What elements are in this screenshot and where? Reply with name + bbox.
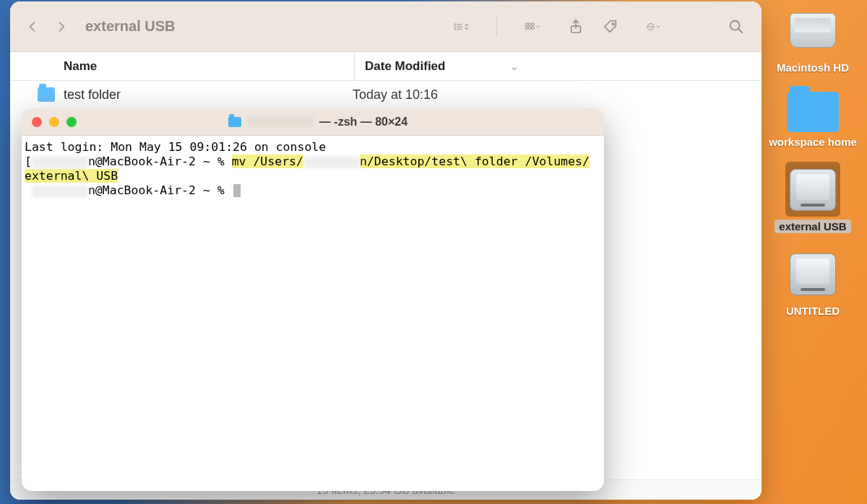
terminal-prompt: n@MacBook-Air-2 ~ %: [88, 155, 232, 168]
file-date: Today at 10:16: [353, 87, 438, 103]
desktop-label: workspace home: [764, 135, 861, 149]
svg-point-16: [650, 26, 651, 27]
svg-rect-7: [529, 23, 531, 25]
redacted-text: [32, 186, 88, 197]
terminal-window: — -zsh — 80×24 Last login: Mon May 15 09…: [22, 108, 604, 491]
internal-drive-icon: [790, 13, 836, 48]
desktop-folder-workspace-home[interactable]: workspace home: [764, 87, 861, 149]
svg-rect-11: [532, 27, 534, 29]
finder-column-header: Name Date Modified ⌄: [10, 52, 762, 81]
search-button[interactable]: [724, 16, 749, 38]
svg-point-13: [612, 22, 614, 25]
window-close-button[interactable]: [32, 117, 42, 127]
toolbar-divider: [496, 17, 497, 36]
svg-point-2: [454, 26, 455, 27]
desktop-volume-external-usb[interactable]: external USB: [775, 162, 850, 233]
redacted-text: [303, 157, 360, 168]
svg-point-15: [649, 26, 650, 27]
desktop-icons: Macintosh HD workspace home external USB…: [759, 0, 867, 504]
window-minimize-button[interactable]: [49, 117, 59, 127]
folder-icon: [228, 117, 241, 127]
tags-button[interactable]: [598, 16, 623, 38]
svg-rect-8: [532, 23, 534, 25]
svg-point-17: [652, 26, 652, 27]
svg-line-19: [738, 28, 743, 32]
action-menu-button[interactable]: [633, 16, 675, 38]
share-button[interactable]: [564, 16, 588, 38]
terminal-cursor: [233, 184, 241, 197]
svg-point-4: [454, 28, 455, 29]
forward-button[interactable]: [52, 17, 71, 36]
highlighted-command: n/Desktop/test\ folder /Volumes/: [360, 155, 590, 168]
highlighted-command: mv /Users/: [232, 155, 303, 168]
external-drive-icon: [790, 169, 836, 211]
folder-icon: [38, 87, 55, 102]
svg-rect-10: [529, 27, 531, 29]
column-header-date-label: Date Modified: [365, 59, 445, 74]
terminal-body[interactable]: Last login: Mon May 15 09:01:26 on conso…: [22, 136, 604, 491]
redacted-text: [32, 157, 88, 168]
back-button[interactable]: [23, 17, 42, 36]
file-name: test folder: [64, 87, 353, 103]
column-header-date[interactable]: Date Modified ⌄: [354, 52, 527, 80]
desktop-label: external USB: [775, 220, 850, 233]
finder-title: external USB: [85, 18, 176, 35]
svg-point-0: [454, 24, 455, 25]
desktop-volume-untitled[interactable]: UNTITLED: [782, 246, 844, 318]
svg-rect-9: [525, 27, 527, 29]
terminal-titlebar: — -zsh — 80×24: [22, 108, 604, 136]
terminal-title: — -zsh — 80×24: [84, 116, 552, 129]
highlighted-command: external\ USB: [25, 169, 118, 183]
folder-icon: [787, 92, 839, 132]
desktop-label: UNTITLED: [782, 304, 844, 318]
terminal-prompt: n@MacBook-Air-2 ~ %: [88, 183, 232, 197]
view-list-button[interactable]: [440, 16, 482, 38]
redacted-text: [247, 116, 314, 128]
terminal-title-text: — -zsh — 80×24: [319, 116, 407, 129]
desktop-volume-macintosh-hd[interactable]: Macintosh HD: [772, 3, 853, 74]
column-header-name[interactable]: Name: [10, 59, 354, 74]
finder-toolbar: external USB: [10, 1, 762, 52]
group-button[interactable]: [512, 16, 553, 38]
external-drive-icon: [790, 253, 836, 295]
sort-indicator-icon: ⌄: [510, 61, 519, 72]
file-row[interactable]: test folder Today at 10:16: [10, 81, 762, 108]
svg-rect-6: [525, 23, 527, 25]
desktop-label: Macintosh HD: [772, 61, 853, 74]
window-zoom-button[interactable]: [66, 117, 77, 127]
terminal-line: Last login: Mon May 15 09:01:26 on conso…: [25, 140, 326, 154]
